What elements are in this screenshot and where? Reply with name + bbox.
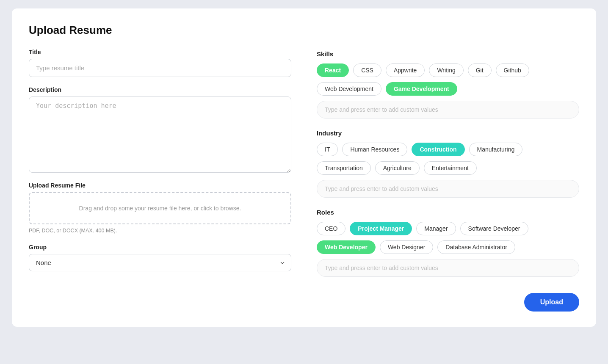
- skills-tags-row: React CSS Appwrite Writing Git Github: [317, 63, 579, 77]
- skills-tags-row-2: Web Development Game Development: [317, 82, 579, 96]
- skill-tag-web-development[interactable]: Web Development: [317, 82, 381, 96]
- upload-file-hint-text: Drag and drop some your resume file here…: [79, 205, 241, 212]
- group-select[interactable]: None: [29, 254, 291, 271]
- roles-tags-row-2: Web Developer Web Designer Database Admi…: [317, 240, 579, 254]
- skill-tag-git[interactable]: Git: [468, 63, 492, 77]
- role-tag-ceo[interactable]: CEO: [317, 222, 345, 235]
- role-tag-web-developer[interactable]: Web Developer: [317, 240, 376, 254]
- industry-tags-row-1: IT Human Resources Construction Manufact…: [317, 143, 579, 156]
- file-type-hint: PDF, DOC, or DOCX (MAX. 400 MB).: [29, 228, 291, 234]
- upload-resume-card: Upload Resume Title Description Upload R…: [12, 8, 596, 327]
- role-tag-web-designer[interactable]: Web Designer: [380, 240, 433, 254]
- group-label: Group: [29, 244, 291, 251]
- industry-tag-it[interactable]: IT: [317, 143, 338, 156]
- skill-tag-appwrite[interactable]: Appwrite: [386, 63, 425, 77]
- upload-file-dropzone[interactable]: Drag and drop some your resume file here…: [29, 192, 291, 224]
- upload-btn-row: Upload: [317, 293, 579, 312]
- title-label: Title: [29, 49, 291, 55]
- role-tag-database-administrator[interactable]: Database Administrator: [437, 240, 515, 254]
- industry-tag-human-resources[interactable]: Human Resources: [342, 143, 407, 156]
- skill-tag-css[interactable]: CSS: [353, 63, 381, 77]
- right-column: Skills React CSS Appwrite Writing Git Gi…: [317, 49, 579, 312]
- roles-tags-row-1: CEO Project Manager Manager Software Dev…: [317, 222, 579, 235]
- page-title: Upload Resume: [29, 24, 579, 37]
- skills-custom-input[interactable]: [317, 101, 579, 119]
- industry-label: Industry: [317, 130, 579, 137]
- industry-custom-input[interactable]: [317, 180, 579, 198]
- upload-file-label: Upload Resume File: [29, 182, 291, 189]
- industry-tag-agriculture[interactable]: Agriculture: [375, 161, 420, 175]
- roles-custom-input[interactable]: [317, 259, 579, 277]
- skill-tag-game-development[interactable]: Game Development: [386, 82, 457, 96]
- skills-label: Skills: [317, 50, 579, 58]
- upload-button[interactable]: Upload: [524, 293, 579, 312]
- industry-tag-manufacturing[interactable]: Manufacturing: [469, 143, 523, 156]
- description-textarea[interactable]: [29, 97, 291, 173]
- roles-label: Roles: [317, 209, 579, 216]
- industry-tag-construction[interactable]: Construction: [412, 143, 464, 156]
- role-tag-project-manager[interactable]: Project Manager: [350, 222, 412, 235]
- skill-tag-react[interactable]: React: [317, 63, 349, 77]
- left-column: Title Description Upload Resume File Dra…: [29, 49, 291, 312]
- skill-tag-github[interactable]: Github: [496, 63, 529, 77]
- industry-tag-transportation[interactable]: Transportation: [317, 161, 371, 175]
- skill-tag-writing[interactable]: Writing: [429, 63, 463, 77]
- industry-tag-entertainment[interactable]: Entertainment: [424, 161, 477, 175]
- role-tag-software-developer[interactable]: Software Developer: [460, 222, 528, 235]
- description-label: Description: [29, 86, 291, 93]
- role-tag-manager[interactable]: Manager: [416, 222, 456, 235]
- title-input[interactable]: [29, 59, 291, 77]
- industry-tags-row-2: Transportation Agriculture Entertainment: [317, 161, 579, 175]
